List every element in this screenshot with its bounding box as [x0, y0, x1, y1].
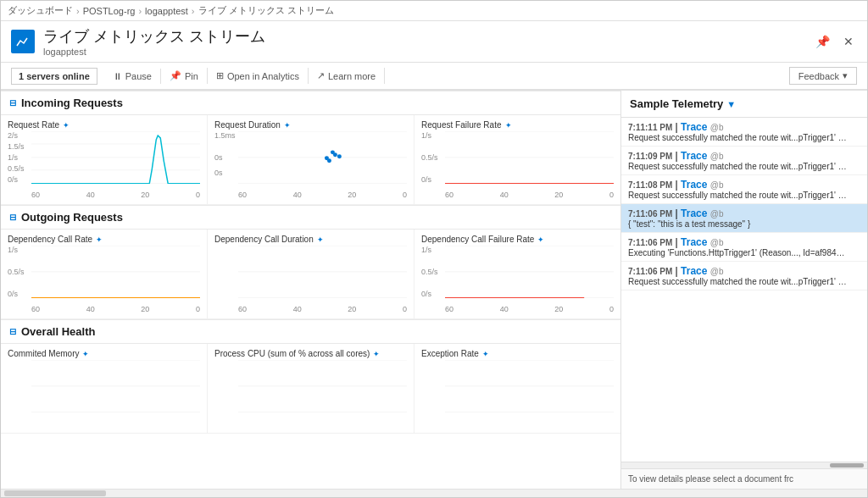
- dependency-rate-label: Dependency Call Rate ✦: [8, 235, 200, 244]
- request-failure-label: Request Failure Rate ✦: [421, 120, 614, 130]
- telemetry-item-3-header: 7:11:08 PM | Trace @b: [628, 179, 860, 191]
- request-failure-svg: [445, 131, 614, 184]
- request-duration-area: 1.5ms 0s 0s: [214, 131, 407, 199]
- breadcrumb-item-1[interactable]: ダッシュボード: [8, 4, 73, 17]
- chevron-down-icon: ▾: [843, 70, 848, 81]
- breadcrumb-item-4: ライブ メトリックス ストリーム: [198, 4, 334, 17]
- request-rate-x-labels: 60 40 20 0: [31, 191, 200, 199]
- breadcrumb-item-2[interactable]: POSTLog-rg: [83, 6, 136, 16]
- title-left: ライブ メトリックス ストリーム logapptest: [11, 26, 265, 57]
- request-duration-pin[interactable]: ✦: [284, 121, 291, 130]
- committed-memory-area: [8, 360, 200, 428]
- servers-badge: 1 servers online: [11, 68, 97, 85]
- right-panel: Sample Telemetry ▼ 7:11:11 PM | Trace @b…: [621, 91, 867, 489]
- telemetry-item-4-header: 7:11:06 PM | Trace @b: [628, 208, 860, 219]
- collapse-icon[interactable]: ⊟: [9, 98, 16, 108]
- telemetry-item-1[interactable]: 7:11:11 PM | Trace @b Request successful…: [621, 118, 867, 147]
- telemetry-item-2-msg: Request successfully matched the route w…: [628, 162, 849, 171]
- telemetry-item-6-header: 7:11:06 PM | Trace @b: [628, 265, 860, 277]
- page-subtitle: logapptest: [43, 47, 265, 57]
- request-failure-chart: Request Failure Rate ✦ 1/s 0.5/s 0/s: [415, 115, 620, 204]
- telemetry-item-2-header: 7:11:09 PM | Trace @b: [628, 150, 860, 162]
- outgoing-collapse-icon[interactable]: ⊟: [9, 213, 16, 222]
- process-cpu-chart: Process CPU (sum of % across all cores) …: [208, 344, 415, 433]
- telemetry-title: Sample Telemetry ▼: [621, 91, 867, 118]
- breadcrumb-item-3[interactable]: logapptest: [145, 6, 188, 16]
- telemetry-item-6[interactable]: 7:11:06 PM | Trace @b Request successful…: [621, 262, 867, 290]
- svg-rect-0: [16, 35, 30, 48]
- dependency-duration-y-labels: [214, 246, 238, 298]
- process-cpu-pin[interactable]: ✦: [373, 350, 380, 358]
- telemetry-item-5[interactable]: 7:11:06 PM | Trace @b Executing 'Functio…: [621, 233, 867, 262]
- request-duration-chart: Request Duration ✦ 1.5ms 0s 0s: [208, 115, 415, 204]
- dependency-duration-pin[interactable]: ✦: [317, 235, 324, 244]
- process-cpu-area: [214, 360, 407, 428]
- title-actions: 📌 ✕: [812, 33, 857, 50]
- filter-icon[interactable]: ▼: [726, 99, 736, 109]
- dependency-rate-pin[interactable]: ✦: [96, 235, 103, 244]
- pin-button[interactable]: 📌 Pin: [161, 68, 208, 84]
- dependency-failure-pin[interactable]: ✦: [537, 235, 544, 244]
- request-duration-label: Request Duration ✦: [214, 120, 407, 130]
- committed-memory-label: Commited Memory ✦: [8, 349, 200, 358]
- servers-count: 1 servers online: [19, 71, 90, 81]
- exception-rate-svg: [445, 360, 614, 412]
- breadcrumb-sep-2: ›: [138, 6, 142, 16]
- page-title: ライブ メトリックス ストリーム: [43, 26, 265, 47]
- exception-rate-label: Exception Rate ✦: [421, 349, 614, 358]
- incoming-requests-title: Incoming Requests: [21, 97, 123, 109]
- dependency-failure-label: Dependency Call Failure Rate ✦: [421, 235, 614, 244]
- dependency-rate-chart: Dependency Call Rate ✦ 1/s 0.5/s 0/s: [1, 230, 208, 318]
- exception-rate-area: [421, 360, 614, 428]
- telemetry-scrollbar[interactable]: [621, 462, 867, 468]
- telemetry-item-4[interactable]: 7:11:06 PM | Trace @b { "test": "this is…: [621, 204, 867, 233]
- telemetry-footer: To view details please select a document…: [621, 468, 867, 489]
- telemetry-item-3-msg: Request successfully matched the route w…: [628, 191, 849, 200]
- dependency-failure-chart: Dependency Call Failure Rate ✦ 1/s 0.5/s…: [415, 230, 620, 318]
- telemetry-list[interactable]: 7:11:11 PM | Trace @b Request successful…: [621, 118, 867, 462]
- pin-window-button[interactable]: 📌: [812, 33, 833, 50]
- pause-button[interactable]: ⏸ Pause: [104, 69, 161, 84]
- request-rate-pin[interactable]: ✦: [63, 121, 70, 130]
- request-rate-label: Request Rate ✦: [8, 120, 200, 130]
- open-analytics-button[interactable]: ⊞ Open in Analytics: [208, 68, 309, 84]
- dependency-failure-area: 1/s 0.5/s 0/s 60: [421, 246, 614, 313]
- svg-point-11: [327, 158, 331, 163]
- outgoing-charts-row: Dependency Call Rate ✦ 1/s 0.5/s 0/s: [1, 230, 620, 319]
- dependency-rate-svg: [31, 246, 200, 298]
- title-bar: ライブ メトリックス ストリーム logapptest 📌 ✕: [1, 21, 867, 63]
- pin-icon: 📌: [170, 70, 181, 81]
- outgoing-requests-title: Outgoing Requests: [21, 211, 123, 224]
- telemetry-item-5-msg: Executing 'Functions.HttpTrigger1' (Reas…: [628, 248, 849, 257]
- telemetry-item-2[interactable]: 7:11:09 PM | Trace @b Request successful…: [621, 147, 867, 175]
- breadcrumb-sep-1: ›: [76, 6, 80, 16]
- breadcrumb: ダッシュボード › POSTLog-rg › logapptest › ライブ …: [1, 1, 867, 21]
- dependency-duration-area: 60 40 20 0: [214, 246, 407, 313]
- feedback-button[interactable]: Feedback ▾: [789, 67, 857, 85]
- request-rate-chart: Request Rate ✦ 2/s 1.5/s 1/s 0.5/s 0/s: [1, 115, 208, 204]
- request-failure-pin[interactable]: ✦: [505, 121, 512, 130]
- request-duration-y-labels: 1.5ms 0s 0s: [214, 131, 238, 184]
- pause-icon: ⏸: [113, 71, 122, 81]
- committed-memory-pin[interactable]: ✦: [82, 350, 89, 358]
- dependency-duration-x-labels: 60 40 20 0: [238, 305, 407, 313]
- title-text-group: ライブ メトリックス ストリーム logapptest: [43, 26, 265, 57]
- close-button[interactable]: ✕: [840, 33, 857, 50]
- telemetry-item-1-header: 7:11:11 PM | Trace @b: [628, 121, 860, 133]
- learn-more-button[interactable]: ↗ Learn more: [309, 68, 385, 84]
- committed-memory-y-labels: [8, 360, 31, 412]
- bottom-scrollbar[interactable]: [1, 489, 867, 497]
- request-rate-svg: [31, 131, 200, 184]
- overall-health-header: ⊟ Overall Health: [1, 319, 620, 344]
- dependency-duration-chart: Dependency Call Duration ✦: [208, 230, 415, 318]
- health-collapse-icon[interactable]: ⊟: [9, 327, 16, 336]
- svg-point-12: [337, 154, 342, 158]
- exception-rate-chart: Exception Rate ✦: [415, 344, 620, 433]
- incoming-requests-header: ⊟ Incoming Requests: [1, 91, 620, 115]
- metrics-icon: [15, 34, 31, 49]
- telemetry-item-5-header: 7:11:06 PM | Trace @b: [628, 236, 860, 248]
- exception-rate-pin[interactable]: ✦: [482, 350, 489, 358]
- dependency-rate-x-labels: 60 40 20 0: [31, 305, 200, 313]
- left-panel: ⊟ Incoming Requests Request Rate ✦ 2/s 1…: [1, 91, 621, 489]
- telemetry-item-3[interactable]: 7:11:08 PM | Trace @b Request successful…: [621, 175, 867, 204]
